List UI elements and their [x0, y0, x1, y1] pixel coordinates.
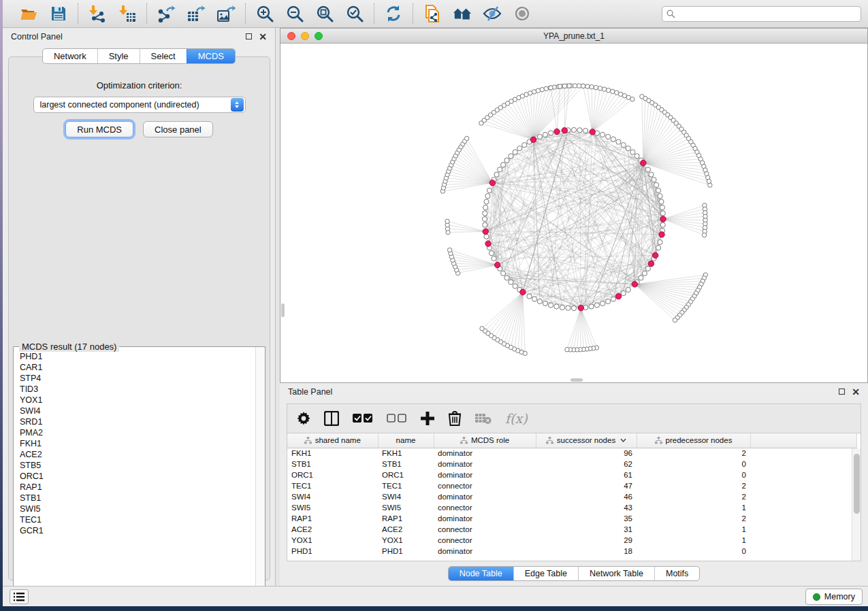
table-row[interactable]: ORC1ORC1dominator610: [287, 469, 856, 480]
network-vertical-scrollbar[interactable]: [280, 44, 285, 382]
function-builder-icon[interactable]: f(x): [505, 411, 528, 426]
table-row[interactable]: PHD1PHD1dominator180: [287, 546, 856, 557]
table-row[interactable]: TEC1TEC1connector472: [287, 480, 856, 491]
column-header-successor-nodes[interactable]: successor nodes: [536, 433, 637, 448]
open-folder-icon[interactable]: [19, 4, 38, 23]
column-header-MCDS-role[interactable]: MCDS role: [434, 433, 536, 448]
search-box[interactable]: [662, 6, 861, 22]
mcds-result-item[interactable]: FKH1: [14, 438, 255, 449]
mcds-result-item[interactable]: TID3: [14, 384, 255, 395]
add-column-icon[interactable]: [421, 412, 434, 425]
column-header-shared-name[interactable]: shared name: [287, 433, 378, 448]
table-row[interactable]: STB1STB1dominator620: [287, 459, 856, 469]
table-cell-filler: [750, 502, 856, 513]
delete-column-trash-icon[interactable]: [448, 411, 462, 426]
table-row[interactable]: YOX1YOX1connector291: [287, 535, 856, 546]
import-table-icon[interactable]: [118, 4, 137, 23]
table-row[interactable]: RAP1RAP1dominator352: [287, 513, 856, 524]
network-window-titlebar[interactable]: YPA_prune.txt_1: [280, 29, 867, 44]
optimization-criterion-select[interactable]: largest connected component (undirected): [33, 97, 246, 113]
mcds-result-item[interactable]: SRD1: [14, 416, 255, 427]
mcds-result-item[interactable]: STP4: [14, 373, 255, 384]
mcds-result-scrollbar[interactable]: [255, 347, 265, 596]
memory-label: Memory: [824, 592, 855, 601]
table-cell: ORC1: [378, 469, 434, 480]
table-cell: YOX1: [378, 535, 434, 546]
show-eye-icon[interactable]: [513, 4, 532, 23]
float-table-panel-icon[interactable]: [839, 389, 845, 396]
table-settings-gear-icon[interactable]: [297, 412, 310, 425]
tab-edge-table[interactable]: Edge Table: [513, 567, 578, 580]
memory-button[interactable]: Memory: [805, 589, 863, 605]
hide-selected-eye-icon[interactable]: [483, 4, 502, 23]
table-row[interactable]: FKH1FKH1dominator962: [287, 448, 856, 459]
zoom-fit-icon[interactable]: [315, 4, 334, 23]
network-canvas[interactable]: [280, 44, 867, 382]
table-row[interactable]: SWI5SWI5connector431: [287, 502, 856, 513]
close-panel-button[interactable]: Close panel: [143, 121, 213, 137]
home-icon[interactable]: [453, 4, 472, 23]
network-view-window: YPA_prune.txt_1: [280, 28, 868, 383]
table-cell-filler: [750, 480, 856, 491]
column-header-predecessor-nodes[interactable]: predecessor nodes: [637, 433, 750, 448]
mcds-result-item[interactable]: PHD1: [14, 351, 255, 362]
tab-network[interactable]: Network: [43, 49, 97, 63]
task-history-button[interactable]: [10, 589, 29, 604]
zoom-in-icon[interactable]: [255, 4, 274, 23]
tab-motifs[interactable]: Motifs: [654, 567, 699, 580]
close-panel-icon[interactable]: ✕: [259, 32, 267, 42]
table-cell: RAP1: [378, 513, 434, 524]
tab-mcds[interactable]: MCDS: [187, 49, 235, 63]
run-mcds-button[interactable]: Run MCDS: [65, 121, 133, 137]
mcds-result-item[interactable]: RAP1: [14, 482, 255, 493]
delete-table-icon[interactable]: [475, 412, 492, 425]
export-image-icon[interactable]: [216, 4, 236, 23]
mcds-result-item[interactable]: ACE2: [14, 449, 255, 460]
tab-style[interactable]: Style: [97, 49, 140, 63]
column-view-icon[interactable]: [324, 411, 339, 426]
mcds-result-item[interactable]: GCR1: [14, 525, 255, 536]
network-horizontal-scrollbar[interactable]: [570, 378, 583, 382]
column-header-name[interactable]: name: [378, 433, 434, 448]
table-cell: SWI5: [287, 502, 378, 513]
mcds-result-item[interactable]: TEC1: [14, 514, 255, 525]
search-input[interactable]: [679, 10, 856, 19]
mcds-result-item[interactable]: YOX1: [14, 395, 255, 406]
mcds-result-item[interactable]: SWI5: [14, 503, 255, 514]
table-cell-filler: [750, 513, 856, 524]
close-table-panel-icon[interactable]: ✕: [852, 387, 860, 397]
table-cell-filler: [750, 469, 856, 480]
table-cell: dominator: [434, 491, 536, 502]
select-all-icon[interactable]: [353, 413, 373, 424]
mcds-result-item[interactable]: CAR1: [14, 362, 255, 373]
save-icon[interactable]: [49, 4, 68, 23]
mcds-result-item[interactable]: STB1: [14, 493, 255, 503]
unselect-all-icon[interactable]: [387, 413, 407, 424]
tab-node-table[interactable]: Node Table: [449, 567, 513, 580]
table-cell: 1: [637, 524, 750, 535]
refresh-icon[interactable]: [384, 4, 403, 23]
zoom-selected-icon[interactable]: [345, 4, 364, 23]
control-panel-title: Control Panel: [11, 32, 63, 42]
table-vertical-scrollbar[interactable]: [852, 448, 861, 561]
tab-network-table[interactable]: Network Table: [578, 567, 654, 580]
float-panel-icon[interactable]: [246, 33, 252, 41]
copy-network-icon[interactable]: [423, 4, 442, 23]
network-graph[interactable]: [280, 44, 867, 382]
tab-select[interactable]: Select: [140, 49, 187, 63]
mcds-result-item[interactable]: PMA2: [14, 427, 255, 438]
optimization-criterion-value: largest connected component (undirected): [34, 100, 231, 110]
table-cell: SWI5: [378, 502, 434, 513]
table-cell: TEC1: [287, 480, 378, 491]
table-cell: 29: [536, 535, 637, 546]
mcds-result-list[interactable]: PHD1CAR1STP4TID3YOX1SWI4SRD1PMA2FKH1ACE2…: [14, 351, 255, 595]
zoom-out-icon[interactable]: [285, 4, 304, 23]
table-row[interactable]: ACE2ACE2connector311: [287, 524, 856, 535]
table-row[interactable]: SWI4SWI4dominator462: [287, 491, 856, 502]
export-table-icon[interactable]: [187, 4, 206, 23]
mcds-result-item[interactable]: ORC1: [14, 471, 255, 482]
mcds-result-item[interactable]: STB5: [14, 460, 255, 471]
export-network-icon[interactable]: [157, 4, 176, 23]
mcds-result-item[interactable]: SWI4: [14, 406, 255, 416]
import-network-icon[interactable]: [88, 4, 107, 23]
